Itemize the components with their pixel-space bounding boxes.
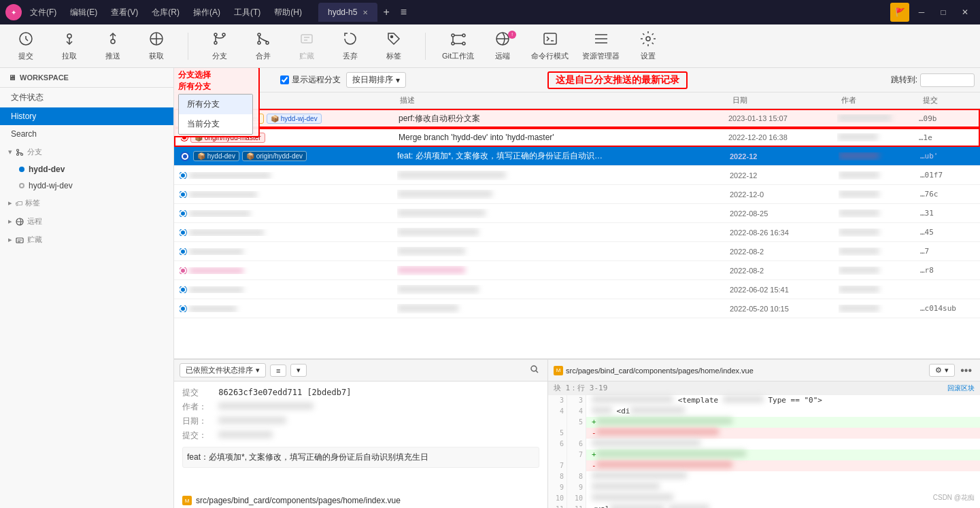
- window-controls: ─ □ ✕: [912, 3, 975, 22]
- menu-repo[interactable]: 仓库(R): [149, 5, 182, 20]
- diff-panel: M src/pages/bind_card/components/pages/h…: [548, 360, 980, 508]
- discard-label: 丢弃: [343, 51, 358, 61]
- branch-tag-origin-hydd-dev: 📦 origin/hydd-dev: [242, 151, 307, 161]
- settings-button[interactable]: 设置: [633, 31, 663, 61]
- diff-file-path-text: src/pages/bind_card/components/pages/hom…: [566, 367, 754, 375]
- tab-menu-button[interactable]: ≡: [395, 6, 412, 18]
- diff-settings-button[interactable]: ⚙ ▾: [929, 364, 955, 377]
- tag-section[interactable]: ▸ 🏷 标签: [0, 194, 173, 212]
- svg-point-28: [531, 366, 537, 371]
- merge-icon: [255, 31, 271, 50]
- commit-row-10[interactable]: 2022-06-02 15:41: [174, 280, 980, 299]
- file-state-nav[interactable]: 文件状态: [0, 88, 173, 107]
- hash-label: 提交: [182, 387, 216, 399]
- push-button[interactable]: 推送: [98, 31, 128, 61]
- fetch-button[interactable]: 获取: [141, 31, 171, 61]
- commit-hash-value: 86263cf3e07edd711 [2bdedb7]: [218, 388, 351, 397]
- dropdown-all-branches[interactable]: 所有分支: [179, 95, 252, 114]
- diff-more-button[interactable]: •••: [958, 365, 975, 377]
- commit-row-6[interactable]: 2022-08-25 …31: [174, 204, 980, 223]
- commit-row-7[interactable]: 2022-08-26 16:34 …45: [174, 223, 980, 242]
- history-nav[interactable]: History: [0, 107, 173, 125]
- commit-row-4[interactable]: 2022-12 …01f7: [174, 166, 980, 185]
- author-cell-2: [837, 133, 919, 141]
- sort-chevron-icon: ▾: [396, 75, 400, 85]
- discard-button[interactable]: 丢弃: [335, 31, 365, 61]
- git-workflow-button[interactable]: Git工作流: [442, 31, 474, 61]
- graph-cell-7: [180, 229, 397, 236]
- close-button[interactable]: ✕: [956, 3, 975, 22]
- stash-button[interactable]: 贮藏: [292, 31, 322, 61]
- commit-button[interactable]: 提交: [11, 31, 41, 61]
- tab-add-button[interactable]: +: [377, 6, 394, 18]
- branch-hydd-dev[interactable]: hydd-dev: [0, 161, 173, 177]
- commit-row-3[interactable]: 📦 hydd-dev 📦 origin/hydd-dev feat: 必填项加*…: [174, 147, 980, 166]
- diff-line-num-new-11: 11: [567, 504, 586, 508]
- commit-row-9[interactable]: 2022-08-2 …r8: [174, 261, 980, 280]
- branch-button[interactable]: 分支: [205, 31, 235, 61]
- jump-to-input[interactable]: [920, 73, 975, 87]
- svg-point-14: [452, 34, 454, 37]
- tab-hydd-h5[interactable]: hydd-h5 ✕: [318, 3, 377, 22]
- dropdown-current-branch[interactable]: 当前分支: [179, 114, 252, 134]
- graph-cell-6: [180, 210, 397, 217]
- flag-button[interactable]: 🚩: [890, 3, 909, 22]
- list-view-down-button[interactable]: ▾: [290, 364, 307, 377]
- menu-help[interactable]: 帮助(H): [271, 5, 305, 20]
- list-view-button[interactable]: ≡: [270, 365, 286, 377]
- commit-row-5[interactable]: 2022-12-0 …76c: [174, 185, 980, 204]
- commit-row-1[interactable]: 📦 origin/hydd-wj-dev 📦 hydd-wj-dev perf:…: [174, 109, 980, 128]
- diff-settings-icon: ⚙: [935, 366, 942, 375]
- sort-status-button[interactable]: 已依照文件状态排序 ▾: [180, 363, 266, 377]
- branch-tag-wj-dev: 📦 hydd-wj-dev: [267, 114, 322, 124]
- diff-line-4: 5 -: [548, 428, 980, 439]
- svg-rect-12: [301, 35, 312, 43]
- search-nav[interactable]: Search: [0, 125, 173, 143]
- commit-row-11[interactable]: 2022-05-20 10:15 …c014sub: [174, 299, 980, 318]
- tag-button[interactable]: 标签: [379, 31, 409, 61]
- menu-action[interactable]: 操作(A): [190, 5, 223, 20]
- minimize-button[interactable]: ─: [912, 3, 931, 22]
- date-cell-9: 2022-08-2: [730, 267, 839, 275]
- cli-button[interactable]: 命令行模式: [531, 31, 569, 61]
- diff-file-icon: M: [554, 366, 563, 375]
- remote-label: 远端: [495, 51, 510, 61]
- commit-label: 提交: [18, 51, 33, 61]
- menu-edit[interactable]: 编辑(E): [67, 5, 100, 20]
- author-cell-6: [839, 209, 920, 218]
- diff-line-content-10: [586, 493, 980, 504]
- menu-file[interactable]: 文件(F): [27, 5, 59, 20]
- diff-line-content-6: +: [586, 450, 980, 460]
- tag-icon: [386, 31, 402, 50]
- branch-section[interactable]: ▾ 分支: [0, 143, 173, 161]
- diff-line-num-old-7: 7: [548, 460, 567, 471]
- file-change-item[interactable]: M src/pages/bind_card/components/pages/h…: [174, 493, 547, 508]
- maximize-button[interactable]: □: [934, 3, 953, 22]
- show-remote-checkbox[interactable]: [280, 75, 289, 84]
- merge-button[interactable]: 合并: [248, 31, 278, 61]
- pull-button[interactable]: 拉取: [54, 31, 84, 61]
- menu-view[interactable]: 查看(V): [108, 5, 141, 20]
- file-orange-icon: M: [182, 496, 192, 505]
- svg-point-11: [258, 41, 260, 44]
- date-cell-10: 2022-06-02 15:41: [730, 286, 839, 294]
- search-button[interactable]: [527, 362, 542, 379]
- sort-by-date-button[interactable]: 按日期排序 ▾: [346, 72, 406, 88]
- branch-hydd-wj-dev[interactable]: hydd-wj-dev: [0, 177, 173, 194]
- tab-close-icon[interactable]: ✕: [362, 9, 368, 16]
- diff-line-5: 6 6: [548, 439, 980, 450]
- desc-cell-6: [397, 209, 730, 218]
- scroll-block-button[interactable]: 回滚区块: [947, 384, 975, 393]
- diff-line-num-new-8: 8: [567, 471, 586, 482]
- commit-row-2[interactable]: 📦 origin/hydd-master Merge branch 'hydd-…: [174, 128, 980, 147]
- diff-line-num-new-7: [567, 460, 586, 471]
- bottom-left-panel: 已依照文件状态排序 ▾ ≡ ▾ 提交: [174, 360, 548, 508]
- remote-button[interactable]: ! 远端: [488, 31, 518, 61]
- commit-row-8[interactable]: 2022-08-2 …7: [174, 242, 980, 261]
- commit-dot-5: [180, 191, 186, 198]
- menu-tools[interactable]: 工具(T): [231, 5, 263, 20]
- stash-section[interactable]: ▸ 贮藏: [0, 231, 173, 249]
- remote-section[interactable]: ▸ 远程: [0, 212, 173, 231]
- author-cell-5: [839, 190, 920, 199]
- explorer-button[interactable]: 资源管理器: [582, 31, 620, 61]
